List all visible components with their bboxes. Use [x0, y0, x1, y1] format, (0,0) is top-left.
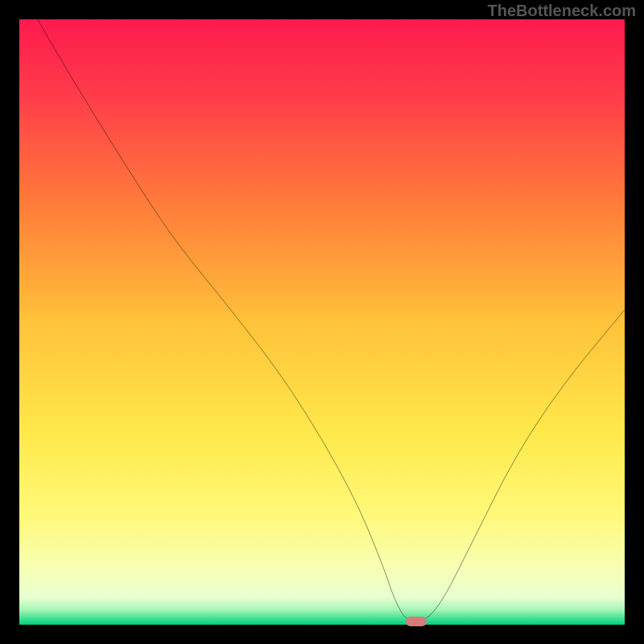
background-gradient: [19, 19, 625, 625]
svg-rect-0: [19, 19, 625, 625]
watermark-text: TheBottleneck.com: [488, 2, 636, 20]
plot-area: [19, 19, 625, 625]
optimal-marker: [406, 617, 427, 626]
